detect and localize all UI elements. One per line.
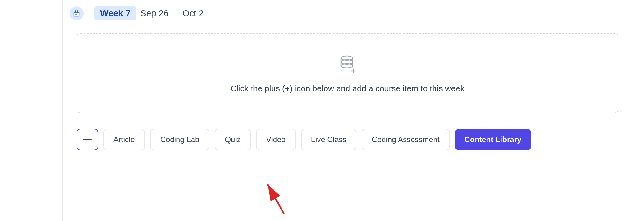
date-range: Sep 26 — Oct 2: [140, 8, 204, 19]
live-class-button[interactable]: Live Class: [301, 129, 357, 150]
page-container: Week 7 Sep 26 — Oct 2 Click the plus (+)…: [0, 0, 644, 221]
calendar-icon-wrapper: [70, 6, 84, 20]
database-plus-icon: [336, 53, 359, 77]
coding-lab-button[interactable]: Coding Lab: [150, 129, 210, 150]
empty-state-message: Click the plus (+) icon below and add a …: [231, 84, 464, 94]
svg-rect-5: [76, 14, 77, 15]
empty-state-card: Click the plus (+) icon below and add a …: [77, 33, 618, 113]
video-button[interactable]: Video: [256, 129, 296, 150]
svg-rect-4: [75, 14, 76, 15]
vertical-timeline-line: [62, 0, 63, 221]
week-header: Week 7 Sep 26 — Oct 2: [64, 6, 644, 20]
collapse-button[interactable]: [77, 129, 98, 150]
minus-icon: [83, 139, 92, 140]
article-button[interactable]: Article: [103, 129, 145, 150]
svg-rect-0: [74, 11, 79, 16]
week-badge: Week 7: [94, 6, 136, 20]
svg-line-14: [268, 185, 284, 213]
content-library-button[interactable]: Content Library: [455, 129, 531, 150]
action-buttons-row: Article Coding Lab Quiz Video Live Class…: [64, 129, 644, 150]
coding-assessment-button[interactable]: Coding Assessment: [362, 129, 450, 150]
quiz-button[interactable]: Quiz: [215, 129, 251, 150]
calendar-icon: [73, 10, 80, 17]
arrow-annotation: [261, 178, 290, 218]
